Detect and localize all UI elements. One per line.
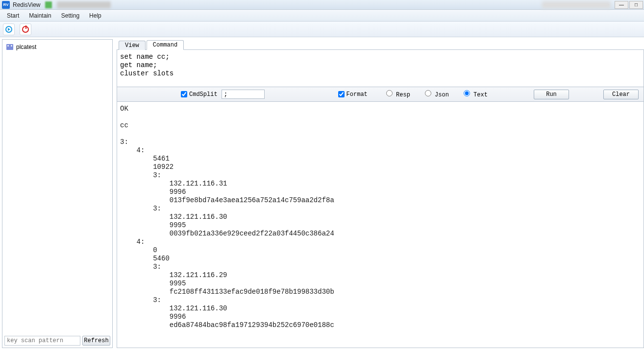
content-area: View Command CmdSplit Format Resp <box>117 39 644 348</box>
sidebar: plcatest Refresh <box>2 39 113 348</box>
window-buttons: — □ <box>542 1 643 9</box>
connection-tree[interactable]: plcatest <box>2 40 112 333</box>
tree-item-label: plcatest <box>16 44 36 50</box>
cmdsplit-input[interactable] <box>222 90 265 99</box>
title-bar: RV RedisView — □ <box>0 0 644 10</box>
run-tool-button[interactable] <box>3 23 15 35</box>
app-title: RedisView <box>13 1 40 8</box>
command-textarea[interactable] <box>120 53 641 82</box>
power-icon <box>22 26 29 33</box>
output-panel[interactable]: OK cc 3: 4: 5461 10922 3: 132.121.116.31… <box>117 102 644 348</box>
command-input-panel <box>117 50 644 87</box>
format-label: Format <box>347 91 368 98</box>
format-radio-group: Resp Json Text <box>386 90 488 98</box>
database-icon <box>6 44 13 50</box>
minimize-button[interactable]: — <box>615 1 628 9</box>
tab-view[interactable]: View <box>119 41 146 50</box>
sidebar-footer: Refresh <box>2 333 112 348</box>
content-tabs: View Command <box>117 39 644 50</box>
radio-resp[interactable]: Resp <box>386 90 410 98</box>
blurred-window-controls <box>542 1 611 8</box>
menu-help[interactable]: Help <box>84 11 106 21</box>
stop-tool-button[interactable] <box>20 23 31 35</box>
menu-maintain[interactable]: Maintain <box>24 11 56 21</box>
key-scan-input[interactable] <box>4 336 80 346</box>
main-area: plcatest Refresh View Command CmdSplit <box>0 37 644 350</box>
cmdsplit-checkbox-group[interactable]: CmdSplit <box>181 91 218 98</box>
format-checkbox[interactable] <box>338 91 345 97</box>
cmdsplit-label: CmdSplit <box>189 91 218 98</box>
radio-json[interactable]: Json <box>425 90 449 98</box>
toolbar <box>0 22 644 37</box>
menu-start[interactable]: Start <box>2 11 24 21</box>
tab-command[interactable]: Command <box>147 40 184 50</box>
tree-item-plcatest[interactable]: plcatest <box>4 43 110 51</box>
run-button[interactable]: Run <box>534 90 569 99</box>
radio-json-input[interactable] <box>425 90 431 96</box>
secondary-icon <box>45 1 52 8</box>
radio-resp-input[interactable] <box>386 90 393 96</box>
clear-button[interactable]: Clear <box>603 90 639 99</box>
play-icon <box>5 26 12 33</box>
menu-bar: Start Maintain Setting Help <box>0 10 644 22</box>
radio-text[interactable]: Text <box>464 90 488 98</box>
maximize-button[interactable]: □ <box>629 1 643 9</box>
refresh-button[interactable]: Refresh <box>82 336 110 346</box>
control-bar: CmdSplit Format Resp Json Text Run Clear <box>117 87 644 102</box>
app-icon: RV <box>2 1 10 9</box>
blurred-title-extra <box>57 1 111 8</box>
format-checkbox-group[interactable]: Format <box>338 91 368 98</box>
cmdsplit-checkbox[interactable] <box>181 91 187 97</box>
radio-text-input[interactable] <box>464 90 470 96</box>
menu-setting[interactable]: Setting <box>56 11 84 21</box>
